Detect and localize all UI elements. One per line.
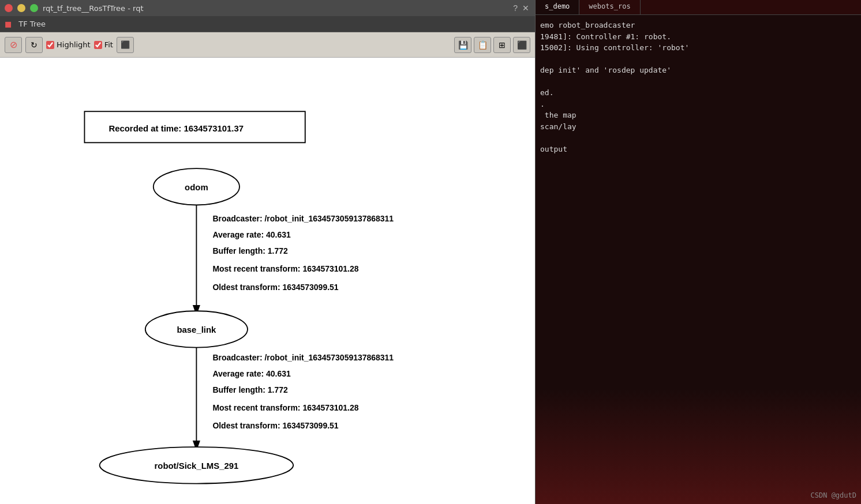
edge2-buffer: Buffer length: 1.772	[212, 385, 288, 394]
term-line-8: .	[540, 99, 856, 110]
tab-s-demo-label: s_demo	[545, 2, 570, 10]
tab-webots-ros[interactable]: webots_ros	[579, 0, 640, 14]
refresh-icon: ↻	[31, 40, 38, 50]
zoom-fit-icon: ⊞	[499, 40, 506, 50]
term-line-12: output	[540, 144, 856, 155]
fit-checkbox-label[interactable]: Fit	[94, 40, 113, 49]
menu-bar: ■ TF Tree	[0, 16, 535, 32]
term-line-9: the map	[540, 110, 856, 121]
save-icon: 💾	[458, 40, 468, 50]
highlight-checkbox[interactable]	[46, 41, 54, 49]
panel-title: TF Tree	[14, 18, 50, 29]
term-line-2: 19481]: Controller #1: robot.	[540, 31, 856, 43]
tf-tree-svg: Recorded at time: 1634573101.37 odom Bro…	[0, 58, 535, 504]
sick-label: robot/Sick_LMS_291	[154, 461, 238, 471]
export-button[interactable]: 📋	[474, 37, 491, 53]
edge2-oldest: Oldest transform: 1634573099.51	[212, 421, 338, 430]
fullscreen-button[interactable]: ⬛	[513, 37, 530, 53]
recorded-time-text: Recorded at time: 1634573101.37	[108, 123, 244, 133]
minimize-button[interactable]	[17, 4, 25, 12]
screenshot-button[interactable]: ⬛	[117, 37, 134, 53]
term-line-4	[540, 54, 856, 65]
toolbar: ⊘ ↻ Highlight Fit ⬛ 💾 📋 ⊞	[0, 32, 535, 58]
term-line-10: scan/lay	[540, 121, 856, 133]
edge1-oldest: Oldest transform: 1634573099.51	[212, 283, 338, 292]
watermark: CSDN @gdutD	[811, 491, 856, 499]
window-title: rqt_tf_tree__RosTfTree - rqt	[43, 4, 507, 13]
maximize-button[interactable]	[30, 4, 38, 12]
rqt-tf-tree-window: rqt_tf_tree__RosTfTree - rqt ? ✕ ■ TF Tr…	[0, 0, 536, 504]
highlight-checkbox-label[interactable]: Highlight	[46, 40, 91, 49]
help-icon[interactable]: ?	[512, 3, 519, 13]
term-line-11	[540, 132, 856, 144]
zoom-fit-button[interactable]: ⊞	[493, 37, 511, 53]
toolbar-right: 💾 📋 ⊞ ⬛	[454, 37, 530, 53]
title-bar: rqt_tf_tree__RosTfTree - rqt ? ✕	[0, 0, 535, 16]
refresh-button[interactable]: ↻	[25, 37, 43, 53]
highlight-label: Highlight	[57, 40, 91, 49]
tf-icon: ■	[5, 20, 12, 28]
fit-label: Fit	[104, 40, 113, 49]
term-line-1: emo robot_broadcaster	[540, 20, 856, 31]
fit-checkbox[interactable]	[94, 41, 102, 49]
tab-webots-ros-label: webots_ros	[589, 2, 630, 10]
term-line-5: dep init' and 'rosdep update'	[540, 65, 856, 76]
close-button[interactable]	[5, 4, 13, 12]
edge1-buffer: Buffer length: 1.772	[212, 246, 288, 255]
canvas-area[interactable]: Recorded at time: 1634573101.37 odom Bro…	[0, 58, 535, 504]
export-icon: 📋	[478, 40, 488, 50]
edge2-recent: Most recent transform: 1634573101.28	[212, 403, 358, 412]
edge1-avg-rate: Average rate: 40.631	[212, 230, 291, 239]
edge2-avg-rate: Average rate: 40.631	[212, 369, 291, 378]
edge1-broadcaster: Broadcaster: /robot_init_163457305913786…	[212, 214, 394, 223]
term-line-3: 15002]: Using controller: 'robot'	[540, 42, 856, 54]
close-icon[interactable]: ✕	[521, 3, 530, 13]
term-line-6	[540, 76, 856, 88]
term-line-7: ed.	[540, 87, 856, 99]
stop-button[interactable]: ⊘	[5, 37, 22, 53]
edge1-recent: Most recent transform: 1634573101.28	[212, 264, 358, 273]
save-button[interactable]: 💾	[454, 37, 471, 53]
tab-s-demo[interactable]: s_demo	[536, 0, 579, 14]
and-text: and	[585, 66, 598, 74]
terminal-gradient	[536, 389, 861, 504]
title-icons: ? ✕	[512, 3, 530, 13]
fullscreen-icon: ⬛	[517, 40, 527, 50]
stop-icon: ⊘	[10, 39, 17, 50]
terminal-panel: s_demo webots_ros emo robot_broadcaster …	[536, 0, 861, 504]
terminal-tabs: s_demo webots_ros	[536, 0, 861, 15]
edge2-broadcaster: Broadcaster: /robot_init_163457305913786…	[212, 353, 394, 362]
terminal-content: emo robot_broadcaster 19481]: Controller…	[536, 15, 861, 504]
odom-label: odom	[185, 182, 208, 192]
baselink-label: base_link	[177, 325, 216, 334]
camera-icon: ⬛	[121, 40, 130, 49]
